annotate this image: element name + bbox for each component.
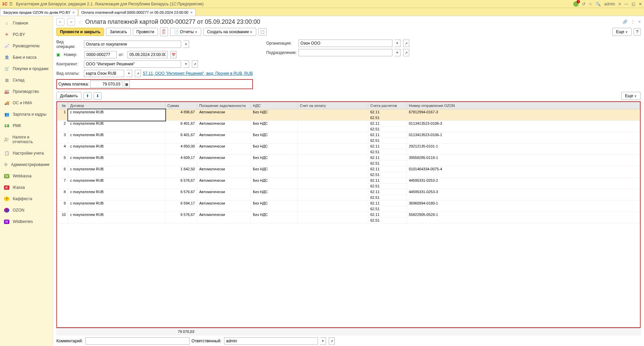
favorite-icon[interactable]: ☆	[78, 19, 83, 25]
cell-sum[interactable]: 6 594,17	[165, 200, 197, 212]
cell-repay[interactable]: Автоматически	[197, 121, 251, 132]
restore-icon[interactable]: ◱	[632, 2, 635, 6]
cell-contract[interactable]: с покупателем RUB	[68, 132, 165, 143]
cell-repay[interactable]: Автоматически	[197, 143, 251, 155]
close-icon[interactable]: ✕	[639, 2, 642, 6]
cell-acc2[interactable]: 62.51	[368, 126, 407, 132]
cell-ozon[interactable]: 55822905-0528-1	[407, 212, 640, 223]
cell-sum[interactable]: 4 609,17	[165, 155, 197, 166]
sidebar-item-ik[interactable]: iKiKassa	[0, 182, 53, 193]
col-ozon[interactable]: Номер отправления OZON	[407, 102, 640, 109]
sidebar-item-kf[interactable]: •Каффеста	[0, 193, 53, 205]
col-vat[interactable]: НДС	[251, 102, 298, 109]
cell-acc2[interactable]: 62.51	[368, 206, 407, 212]
create-based-button[interactable]: Создать на основании	[203, 28, 256, 36]
cell-contract[interactable]: с покупателем RUB	[68, 212, 165, 223]
close-icon[interactable]: ×	[72, 10, 74, 14]
cell-vat[interactable]: Без НДС	[251, 155, 298, 166]
history-icon[interactable]: ↺	[582, 2, 585, 6]
dept-input[interactable]	[299, 49, 392, 56]
cell-acc1[interactable]: 62.11	[368, 109, 407, 115]
cell-invoice[interactable]	[298, 166, 368, 178]
table-row[interactable]: 10с покупателем RUB6 576,67Автоматически…	[57, 212, 640, 218]
cell-repay[interactable]: Автоматически	[197, 178, 251, 189]
cell-contract[interactable]: с покупателем RUB	[68, 166, 165, 178]
col-sum[interactable]: Сумма	[165, 102, 197, 109]
dropdown-icon[interactable]: ▼	[394, 40, 400, 47]
sidebar-item-tax[interactable]: ДтНалоги и отчетность	[0, 131, 53, 148]
cell-acc2[interactable]: 62.51	[368, 149, 407, 155]
col-contract[interactable]: Договор	[68, 102, 165, 109]
reports-button[interactable]: 📄 Отчеты	[170, 28, 201, 36]
cell-vat[interactable]: Без НДС	[251, 143, 298, 155]
cell-sum[interactable]: 6 401,67	[165, 121, 197, 132]
cell-contract[interactable]: с покупателем RUB	[68, 155, 165, 166]
cell-invoice[interactable]	[298, 132, 368, 143]
open-icon[interactable]: ↗	[329, 337, 335, 345]
sidebar-item-oz[interactable]: •OZON	[0, 205, 53, 216]
cell-vat[interactable]: Без НДС	[251, 109, 298, 121]
table-row[interactable]: 2с покупателем RUB6 401,67АвтоматическиБ…	[57, 121, 640, 126]
col-n[interactable]: №	[57, 102, 68, 109]
link-icon[interactable]: 🔗	[623, 19, 628, 24]
col-repay[interactable]: Погашение задолженности	[197, 102, 251, 109]
sidebar-item-gear[interactable]: ⚙Администрирование	[0, 159, 53, 170]
cell-ozon[interactable]: 0113413523-0106-3	[407, 121, 640, 132]
cell-repay[interactable]: Автоматически	[197, 155, 251, 166]
forward-button[interactable]: →	[67, 18, 75, 25]
cell-invoice[interactable]	[298, 189, 368, 200]
tab-ozon-load[interactable]: Загрузка продаж OZON по дням PO.BY ×	[0, 9, 78, 16]
open-icon[interactable]: ↗	[135, 70, 141, 77]
close-icon[interactable]: ×	[190, 10, 192, 14]
comment-input[interactable]	[86, 337, 190, 345]
dropdown-icon[interactable]: ▼	[394, 49, 400, 56]
cell-acc2[interactable]: 62.51	[368, 218, 407, 223]
cell-vat[interactable]: Без НДС	[251, 132, 298, 143]
open-icon[interactable]: ↗	[403, 49, 409, 56]
cell-invoice[interactable]	[298, 200, 368, 212]
dropdown-icon[interactable]: ▼	[126, 70, 132, 77]
more-icon[interactable]: ⋮	[631, 19, 635, 24]
sidebar-item-clip[interactable]: 📋Настройки учета	[0, 148, 53, 159]
cell-contract[interactable]: с покупателем RUB	[68, 109, 165, 121]
cell-vat[interactable]: Без НДС	[251, 166, 298, 178]
dropdown-icon[interactable]: ▼	[183, 60, 189, 68]
cell-vat[interactable]: Без НДС	[251, 121, 298, 132]
open-icon[interactable]: ↗	[403, 40, 409, 47]
cell-acc1[interactable]: 62.11	[368, 121, 407, 126]
cell-sum[interactable]: 6 576,67	[165, 178, 197, 189]
sidebar-item-truck[interactable]: 🚚ОС и НМА	[0, 97, 53, 109]
op-type-input[interactable]	[84, 41, 181, 48]
number-input[interactable]	[85, 51, 117, 58]
table-row[interactable]: 9с покупателем RUB6 594,17АвтоматическиБ…	[57, 200, 640, 206]
cell-contract[interactable]: с покупателем RUB	[68, 178, 165, 189]
pay-type-input[interactable]	[84, 70, 124, 77]
close-icon[interactable]: ×	[638, 19, 641, 24]
pay-type-link[interactable]: 57.11, ООО "Интернет Решения", вид: Проч…	[143, 71, 253, 76]
sidebar-item-boxes[interactable]: ▦Склад	[0, 74, 53, 86]
add-row-button[interactable]: Добавить	[56, 92, 82, 100]
cell-vat[interactable]: Без НДС	[251, 200, 298, 212]
cell-vat[interactable]: Без НДС	[251, 212, 298, 223]
cell-ozon[interactable]: 0101464334-0075-4	[407, 166, 640, 178]
sidebar-item-chart[interactable]: 📈Руководителю	[0, 40, 53, 52]
favorites-icon[interactable]: ☆	[589, 2, 592, 6]
table-row[interactable]: 3с покупателем RUB6 401,67АвтоматическиБ…	[57, 132, 640, 138]
cell-acc2[interactable]: 62.51	[368, 161, 407, 166]
sidebar-item-cash[interactable]: 💵РМК	[0, 120, 53, 131]
cell-ozon[interactable]: 29212135-0101-1	[407, 143, 640, 155]
cell-repay[interactable]: Автоматически	[197, 109, 251, 121]
save-button[interactable]: Записать	[106, 28, 130, 36]
table-row[interactable]: 8с покупателем RUB6 576,67АвтоматическиБ…	[57, 189, 640, 195]
notifications-icon[interactable]	[573, 1, 579, 7]
date-input[interactable]	[127, 51, 168, 58]
cell-ozon[interactable]: 44595331-0253-2	[407, 178, 640, 189]
dt-kt-button[interactable]: ДтКт	[160, 27, 168, 36]
cell-invoice[interactable]	[298, 121, 368, 132]
more-button[interactable]: Еще	[612, 28, 632, 36]
dropdown-icon[interactable]: ▼	[183, 41, 189, 48]
sidebar-item-w[interactable]: WWebkassa	[0, 170, 53, 182]
sidebar-item-factory[interactable]: 🏭Производство	[0, 86, 53, 97]
cell-ozon[interactable]: 44595331-0253-3	[407, 189, 640, 200]
cell-contract[interactable]: с покупателем RUB	[68, 200, 165, 212]
